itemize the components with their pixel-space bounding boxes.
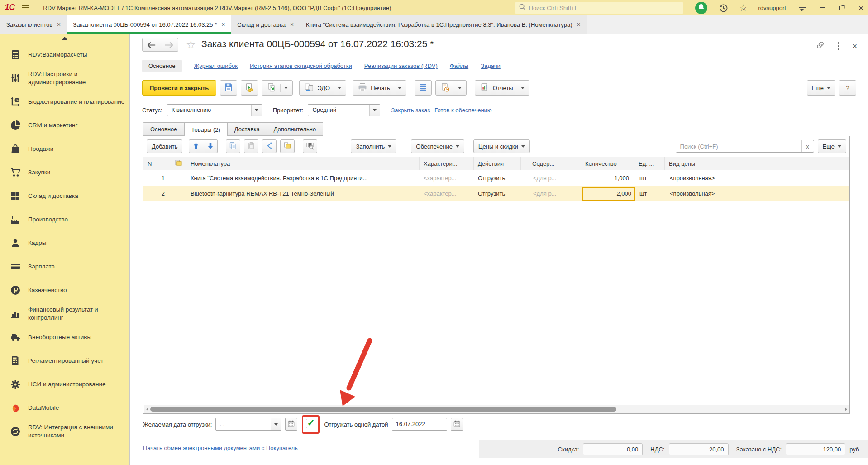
prices-discounts-button[interactable]: Цены и скидки [473,139,530,153]
global-search-input[interactable] [529,5,679,11]
cell-characteristic[interactable]: <характер... [420,171,474,186]
navlink-order-sales[interactable]: Реализации заказов (RDV) [364,62,438,69]
close-tab-icon[interactable]: × [290,21,294,28]
forward-button[interactable] [160,38,178,52]
fill-button[interactable]: Заполнить [351,139,396,153]
table-row[interactable]: 1 Книга "Система взаимодействия. Разрабо… [143,171,849,186]
service-menu-icon[interactable] [799,5,806,11]
sidebar-item-hr[interactable]: Кадры [0,231,129,255]
history-icon[interactable] [719,4,728,12]
sidebar-item-rdv-integration[interactable]: RDV: Интеграция с внешними источниками [0,420,129,443]
notifications-button[interactable] [695,2,707,14]
cell-action[interactable]: Отгрузить [474,186,521,201]
scroll-right-icon[interactable] [843,407,849,411]
barcode-scan-button[interactable] [303,139,317,153]
column-header-action[interactable]: Действия [474,157,521,170]
tab-customer-orders-list[interactable]: Заказы клиентов × [0,15,67,34]
sidebar-item-salary[interactable]: Зарплата [0,255,129,278]
supply-button[interactable]: Обеспечение [411,139,464,153]
close-order-link[interactable]: Закрыть заказ [391,107,430,114]
status-select[interactable]: К выполнению [167,104,262,116]
cell-n[interactable]: 1 [143,171,171,186]
single-date-checkbox[interactable] [306,419,315,428]
restore-button[interactable] [839,5,844,10]
cell-n[interactable]: 2 [143,186,171,201]
navlink-error-log[interactable]: Журнал ошибок [194,62,238,69]
sidebar-item-fixed-assets[interactable]: Внеоборотные активы [0,326,129,349]
structure-button[interactable] [415,80,432,96]
user-name[interactable]: rdvsupport [758,5,786,11]
sidebar-scroll-up[interactable] [0,34,129,43]
more-button[interactable]: Еще [807,80,835,96]
sidebar-item-fin-result[interactable]: Финансовый результат и контроллинг [0,302,129,326]
close-tab-icon[interactable]: × [57,21,61,28]
tab-customer-order-active[interactable]: Заказ клиента 00ЦБ-000594 от 16.07.2022 … [67,15,231,34]
cell-content[interactable]: <для р... [529,186,582,201]
priority-select[interactable]: Средний [308,104,380,116]
ship-date-input[interactable]: . . [215,418,281,431]
ship-date-calendar-button[interactable] [285,418,297,431]
sidebar-item-budgeting[interactable]: Бюджетирование и планирование [0,90,129,114]
table-more-button[interactable]: Еще [818,139,846,153]
favorites-star-icon[interactable]: ☆ [739,3,748,12]
column-header-characteristic[interactable]: Характери... [420,157,474,170]
edi-exchange-link[interactable]: Начать обмен электронными документами с … [143,445,298,451]
copy-row-button[interactable] [226,139,240,153]
cell-characteristic[interactable]: <характер... [420,186,474,201]
reminder-button[interactable] [435,80,467,96]
navlink-tasks[interactable]: Задачи [481,62,501,69]
scrollbar-thumb[interactable] [150,407,616,412]
column-header-group[interactable] [171,157,186,170]
scroll-left-icon[interactable] [144,407,150,411]
column-header-qty[interactable]: Количество [581,157,634,170]
close-tab-icon[interactable]: × [221,21,225,28]
cell-group[interactable] [171,186,186,201]
navlink-files[interactable]: Файлы [450,62,468,69]
post-and-close-button[interactable]: Провести и закрыть [142,80,216,96]
ready-for-supply-link[interactable]: Готов к обеспечению [434,107,491,114]
cell-price-type[interactable]: <произвольная> [666,186,849,201]
cell-price-type[interactable]: <произвольная> [666,171,849,186]
sidebar-item-rdv-settlements[interactable]: RDV:Взаиморасчеты [0,43,129,67]
tab-main[interactable]: Основное [143,122,185,136]
sidebar-item-sales[interactable]: Продажи [0,137,129,161]
cell-action[interactable]: Отгрузить [474,171,521,186]
clear-search-icon[interactable]: x [801,140,814,152]
tab-warehouse-delivery[interactable]: Склад и доставка × [231,15,300,34]
tab-delivery[interactable]: Доставка [227,122,267,136]
column-header-content[interactable]: Содер... [528,157,581,170]
cell-unit[interactable]: шт [635,186,666,201]
favorite-star-icon[interactable]: ☆ [186,39,196,50]
column-header-unit[interactable]: Ед. ... [634,157,665,170]
minimize-button[interactable] [820,7,825,8]
close-window-button[interactable]: × [858,4,863,12]
cell-nomenclature[interactable]: Bluetooth-гарнитура REMAX RB-T21 Темно-З… [186,186,420,201]
cell-qty[interactable]: 1,000 [582,171,635,186]
sidebar-item-nsi-admin[interactable]: НСИ и администрирование [0,373,129,396]
move-up-button[interactable] [189,139,203,153]
sidebar-item-datamobile[interactable]: DataMobile [0,396,129,420]
table-row-selected[interactable]: 2 Bluetooth-гарнитура REMAX RB-T21 Темно… [143,186,849,201]
navlink-main[interactable]: Основное [142,60,182,72]
table-search-box[interactable]: x [676,140,814,153]
create-based-on-button[interactable] [262,80,293,96]
sidebar-item-warehouse[interactable]: Склад и доставка [0,184,129,208]
cell-qty-selected[interactable]: 2,000 [582,186,635,201]
split-row-button[interactable] [262,139,277,153]
sidebar-item-treasury[interactable]: Казначейство [0,278,129,302]
more-options-icon[interactable] [838,42,839,44]
sidebar-item-rdv-settings[interactable]: RDV:Настройки и администрирование [0,67,129,90]
post-document-button[interactable] [241,80,258,96]
cell-nomenclature[interactable]: Книга "Система взаимодействия. Разработк… [186,171,420,186]
close-tab-icon[interactable]: × [577,21,580,28]
horizontal-scrollbar[interactable] [144,405,849,413]
single-date-calendar-button[interactable] [451,418,463,431]
save-button[interactable] [220,80,237,96]
cell-content[interactable]: <для р... [529,171,582,186]
help-button[interactable]: ? [839,80,856,96]
navlink-warehouse-stages[interactable]: История этапов складской обработки [250,62,352,69]
back-button[interactable] [142,38,160,52]
column-header-nomenclature[interactable]: Номенклатура [186,157,420,170]
cell-group[interactable] [171,171,186,186]
print-button[interactable]: Печать [353,80,406,96]
